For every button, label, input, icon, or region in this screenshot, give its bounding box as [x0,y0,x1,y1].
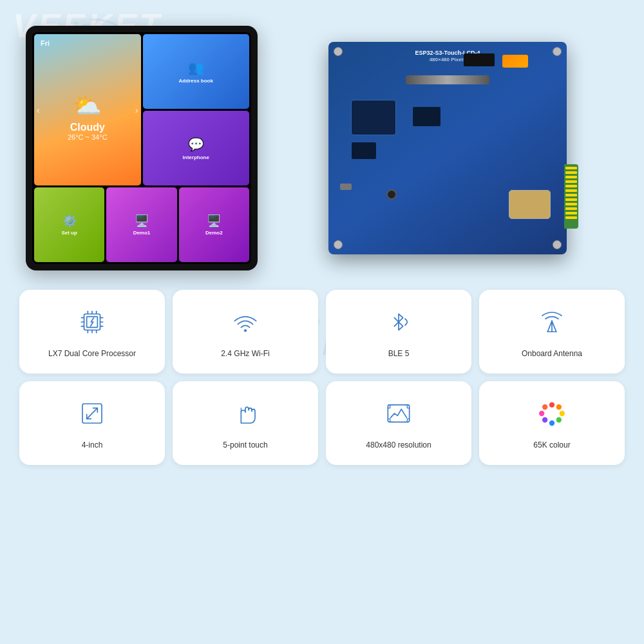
pcb-ribbon [406,75,489,84]
prev-arrow[interactable]: ‹ [37,105,40,115]
pcb-terminal [564,164,578,229]
feature-ble: BLE 5 [326,290,471,374]
svg-point-15 [244,329,247,332]
pcb-board: ESP32-S3-Touch-LCD-4 480×480 Pixels [328,42,567,254]
pin12 [565,216,577,219]
demo2-icon: 🖥️ [207,214,221,228]
pin10 [565,207,577,210]
screw-tl [334,47,343,56]
address-book-icon: 👥 [188,60,204,75]
feature-color: 65K colour [479,381,625,465]
lcd-grid: Fri ‹ › ⛅ Cloudy 26°C ~ 34°C 👥 Address b… [32,32,251,264]
weather-tile: Fri ‹ › ⛅ Cloudy 26°C ~ 34°C [34,34,141,185]
pcb-wifi-module [509,190,551,219]
top-section: Fri ‹ › ⛅ Cloudy 26°C ~ 34°C 👥 Address b… [0,0,644,283]
svg-point-28 [549,421,554,426]
pcb-main-chip [351,100,396,135]
color-label: 65K colour [533,440,570,451]
feature-size: 4-inch [19,381,165,465]
pcb-orange-component [502,55,528,68]
color-wheel-icon [533,394,571,433]
demo2-label: Demo2 [205,230,223,236]
bluetooth-icon [379,303,418,341]
bottom-row: ⚙️ Set up 🖥️ Demo1 🖥️ Demo2 [34,187,249,262]
screw-bl [334,240,343,249]
next-arrow[interactable]: › [135,105,138,115]
feature-antenna: Onboard Antenna [479,290,625,374]
pcb-capacitor [386,189,397,200]
resize-icon [73,394,111,433]
screw-tr [553,47,562,56]
svg-line-18 [547,321,552,332]
svg-point-30 [539,411,544,416]
pin1 [565,167,577,169]
svg-point-27 [556,417,562,422]
pin2 [565,171,577,174]
lcd-screen: Fri ‹ › ⛅ Cloudy 26°C ~ 34°C 👥 Address b… [26,26,258,270]
pcb-ic2 [351,142,377,160]
weather-condition: Cloudy [70,122,105,133]
pin3 [565,176,577,178]
pin9 [565,203,577,205]
svg-point-26 [560,411,565,416]
pin5 [565,185,577,187]
screw-br [553,240,562,249]
processor-label: LX7 Dual Core Processor [48,349,136,359]
pin7 [565,194,577,196]
svg-point-29 [542,417,547,422]
wifi-icon [226,303,265,341]
feature-wifi: 2.4 GHz Wi-Fi [173,290,318,374]
svg-point-24 [549,402,554,408]
svg-point-25 [556,404,562,410]
svg-point-31 [542,404,547,410]
demo1-label: Demo1 [133,230,151,236]
weather-day: Fri [41,39,50,47]
address-book-tile[interactable]: 👥 Address book [143,34,250,109]
feature-processor: LX7 Dual Core Processor [19,290,165,374]
pcb-ic1 [412,106,441,127]
pcb-area: ESP32-S3-Touch-LCD-4 480×480 Pixels [277,26,618,270]
pcb-usb [340,184,352,190]
demo2-tile[interactable]: 🖥️ Demo2 [179,187,249,262]
svg-line-21 [87,408,98,419]
resolution-icon [379,394,418,433]
pin11 [565,212,577,214]
antenna-icon [533,303,571,341]
pin4 [565,180,577,183]
feature-resolution: 480x480 resolution [326,381,471,465]
resolution-label: 480x480 resolution [366,440,431,451]
setup-tile[interactable]: ⚙️ Set up [34,187,104,262]
pin6 [565,189,577,192]
setup-icon: ⚙️ [62,214,77,228]
size-label: 4-inch [82,440,103,451]
weather-arrows: ‹ › [34,105,141,115]
pin8 [565,198,577,201]
touch-label: 5-point touch [223,440,267,451]
demo1-tile[interactable]: 🖥️ Demo1 [106,187,176,262]
hand-icon [226,394,265,433]
chip-icon [73,303,111,341]
demo1-icon: 🖥️ [135,214,149,228]
ble-label: BLE 5 [388,349,410,359]
feature-touch: 5-point touch [173,381,318,465]
interphone-tile[interactable]: 💬 Interphone [143,111,250,185]
svg-line-19 [552,321,556,332]
setup-label: Set up [61,230,77,236]
antenna-label: Onboard Antenna [522,349,582,359]
wifi-label: 2.4 GHz Wi-Fi [221,349,269,359]
pcb-black-connector [464,53,495,66]
features-grid: LX7 Dual Core Processor 2.4 GHz Wi-Fi BL… [0,283,644,471]
interphone-icon: 💬 [188,137,204,152]
address-book-label: Address book [179,78,213,84]
weather-temp: 26°C ~ 34°C [68,133,108,141]
interphone-label: Interphone [183,155,209,160]
